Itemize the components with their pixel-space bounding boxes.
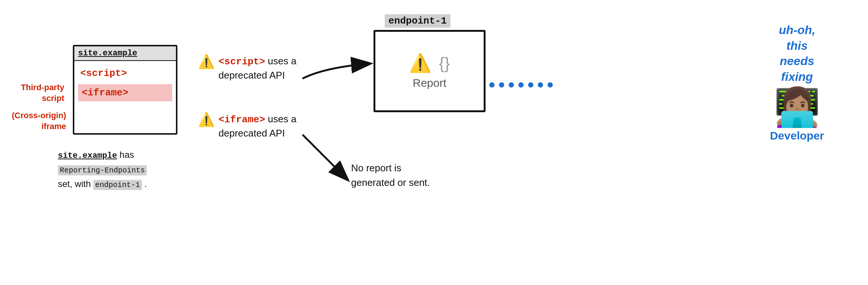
diagram-container: site.example <script> <iframe> Third-par…	[0, 0, 868, 285]
endpoint-label: endpoint-1	[385, 14, 450, 28]
bottom-reporting-endpoints: Reporting-Endpoints	[58, 165, 147, 175]
warning-script-tag: <script>	[218, 56, 265, 67]
dot-4	[518, 82, 524, 88]
dot-3	[509, 82, 514, 88]
warning-icon-2: ⚠️	[198, 113, 215, 126]
bottom-site-example: site.example	[58, 151, 117, 160]
developer-label: Developer	[748, 129, 846, 142]
label-third-party-script: Third-party script	[8, 82, 64, 104]
dot-7	[548, 82, 553, 88]
developer-uh-oh-text: uh-oh, this needs fixing	[748, 22, 846, 85]
bottom-text-has: has	[120, 150, 134, 160]
warning-iframe-tag: <iframe>	[218, 114, 265, 125]
endpoint-report-label: Report	[413, 77, 446, 89]
bottom-text-set: set, with	[58, 179, 93, 189]
dot-1	[489, 82, 495, 88]
developer-area: uh-oh, this needs fixing 👩🏽‍💻 Developer	[748, 22, 846, 142]
dots-separator	[489, 82, 553, 88]
label-cross-origin-iframe: (Cross-origin) iframe	[8, 110, 66, 132]
warning-icon-1: ⚠️	[198, 55, 215, 68]
endpoint-box: ⚠️ {} Report	[373, 30, 486, 112]
curly-braces-icon: {}	[439, 54, 450, 73]
warning-triangle-icon: ⚠️	[409, 53, 431, 74]
bottom-endpoint-1: endpoint-1	[93, 180, 142, 190]
warning-text-iframe: <iframe> uses a deprecated API	[218, 112, 316, 140]
bottom-description: site.example has Reporting-Endpoints set…	[58, 148, 192, 191]
warning-iframe: ⚠️ <iframe> uses a deprecated API	[198, 112, 316, 140]
developer-emoji: 👩🏽‍💻	[748, 88, 846, 126]
iframe-tag-display: <iframe>	[78, 84, 172, 101]
dot-6	[538, 82, 543, 88]
dot-2	[499, 82, 504, 88]
browser-box: site.example <script> <iframe>	[73, 45, 177, 135]
warning-text-script: <script> uses a deprecated API	[218, 54, 316, 82]
dot-5	[528, 82, 533, 88]
no-report-text: No report is generated or sent.	[351, 161, 463, 190]
endpoint-icons: ⚠️ {}	[409, 53, 450, 74]
warning-script: ⚠️ <script> uses a deprecated API	[198, 54, 316, 82]
bottom-period: .	[144, 179, 147, 189]
script-tag-display: <script>	[78, 66, 172, 80]
browser-title: site.example	[74, 46, 176, 61]
